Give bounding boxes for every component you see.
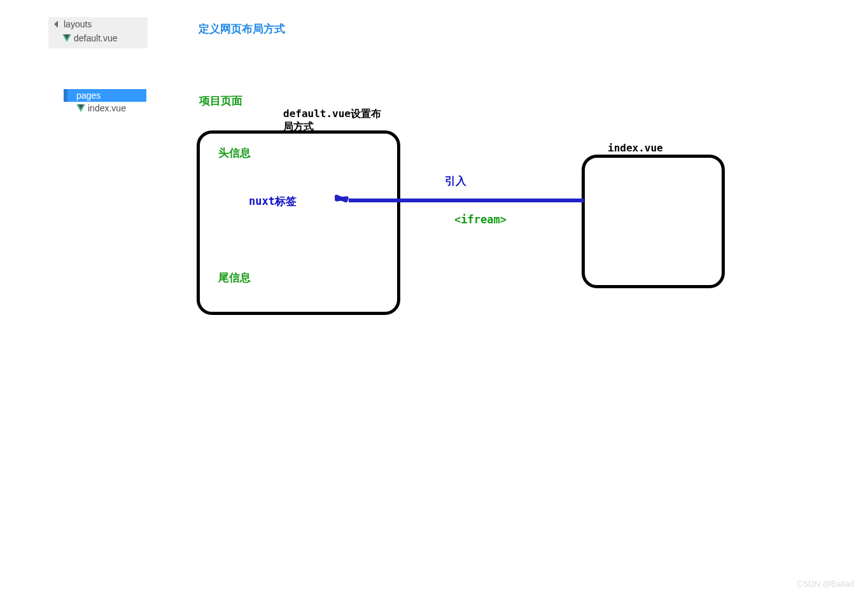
file-row-default-vue[interactable]: default.vue xyxy=(48,31,148,45)
folder-row-layouts[interactable]: layouts xyxy=(48,17,148,31)
chevron-expanded-icon xyxy=(55,21,61,27)
watermark: CSDN @Ballad xyxy=(797,579,854,589)
diagram-title: 定义网页布局方式 xyxy=(199,22,285,36)
label-index-vue: index.vue xyxy=(608,142,663,155)
label-header-info: 头信息 xyxy=(218,146,251,160)
file-label: index.vue xyxy=(88,103,126,113)
label-default-vue-caption: default.vue设置布局方式 xyxy=(283,108,385,133)
page-box-index-vue xyxy=(582,155,725,288)
folder-row-pages[interactable]: pages xyxy=(64,89,146,102)
tree-block-layouts: layouts default.vue xyxy=(48,17,148,48)
file-row-index-vue[interactable]: index.vue xyxy=(64,102,146,115)
vue-file-icon xyxy=(76,104,85,112)
folder-label: pages xyxy=(76,90,101,101)
tree-block-pages: pages index.vue xyxy=(64,89,146,115)
label-import: 引入 xyxy=(445,174,466,188)
label-project-page: 项目页面 xyxy=(199,94,242,108)
file-label: default.vue xyxy=(74,33,118,43)
import-arrow-line xyxy=(349,199,584,202)
vue-file-icon xyxy=(62,34,71,42)
label-ifream: <ifream> xyxy=(454,213,507,226)
import-arrow-head-icon xyxy=(335,192,353,202)
label-nuxt-tag: nuxt标签 xyxy=(249,194,297,209)
folder-label: layouts xyxy=(64,19,92,29)
label-footer-info: 尾信息 xyxy=(218,270,251,285)
